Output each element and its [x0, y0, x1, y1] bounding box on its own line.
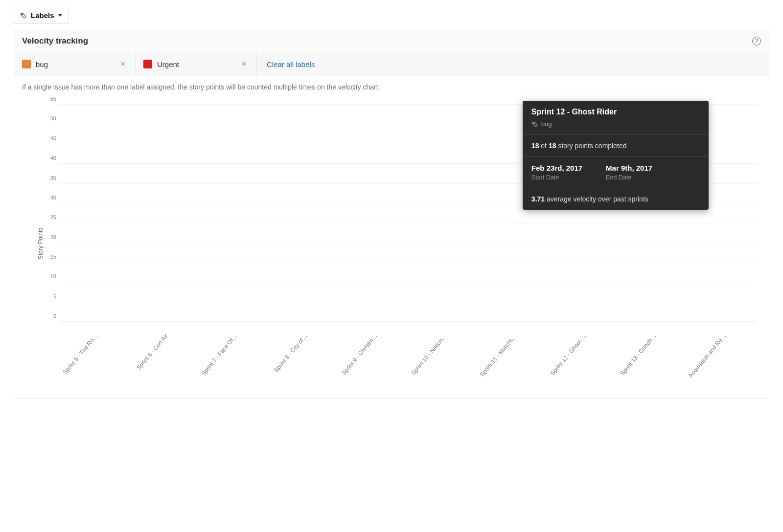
x-tick-label: Sprint 5 - The Ro…	[59, 326, 129, 390]
tooltip-title: Sprint 12 - Ghost Rider	[531, 108, 700, 116]
help-icon[interactable]: ?	[752, 37, 761, 45]
x-tick-label: Sprint 7 - Face Of…	[199, 326, 269, 390]
labels-button-text: Labels	[31, 11, 54, 20]
y-tick: 45	[45, 135, 56, 141]
x-tick-label: Acquisition and Re…	[687, 326, 757, 390]
velocity-panel: Velocity tracking ? bug × Urgent × Clear…	[14, 30, 769, 399]
filter-chip-label: Urgent	[157, 60, 235, 68]
close-icon[interactable]: ×	[240, 59, 249, 69]
x-tick-label: Sprint 8 - City of…	[269, 326, 339, 390]
labels-dropdown-button[interactable]: Labels	[14, 7, 69, 24]
filter-chip-bug[interactable]: bug ×	[14, 52, 136, 76]
filter-chip-label: bug	[36, 60, 114, 68]
bar-slot[interactable]	[199, 101, 269, 322]
info-note: If a single issue has more than one labe…	[14, 76, 769, 95]
filter-bar: bug × Urgent × Clear all labels	[14, 52, 769, 76]
bar-slot[interactable]	[269, 101, 339, 322]
close-icon[interactable]: ×	[118, 59, 127, 69]
x-tick-label: Sprint 11 - Matchs…	[478, 326, 548, 390]
bar-slot[interactable]	[59, 101, 129, 322]
chevron-down-icon	[58, 14, 62, 17]
tooltip-dates: Feb 23rd, 2017 Start Date Mar 9th, 2017 …	[523, 157, 709, 188]
tooltip-tag: bug	[531, 120, 700, 128]
tag-icon	[531, 121, 538, 128]
panel-title: Velocity tracking	[22, 36, 88, 46]
bar-slot[interactable]	[129, 101, 199, 322]
tooltip-end-date: Mar 9th, 2017	[606, 164, 652, 172]
y-tick: 30	[45, 195, 56, 200]
y-tick: 25	[45, 214, 56, 220]
panel-header: Velocity tracking ?	[14, 30, 769, 52]
svg-point-1	[533, 122, 534, 123]
x-tick-label: Sprint 13 - Grindh…	[618, 326, 688, 390]
label-swatch	[143, 60, 152, 68]
tooltip-avg: 3.71 average velocity over past sprints	[523, 188, 709, 210]
tooltip-points: 18 of 18 story points completed	[523, 135, 709, 157]
svg-point-0	[22, 14, 23, 15]
y-tick: 40	[45, 155, 56, 161]
y-tick: 0	[45, 313, 56, 319]
chart-tooltip: Sprint 12 - Ghost Rider bug 18 of 18 sto…	[523, 101, 709, 210]
y-tick: 20	[45, 234, 56, 240]
tag-icon	[20, 12, 27, 19]
bar-slot[interactable]	[408, 101, 478, 322]
x-tick-label: Sprint 9 - Christm…	[338, 326, 408, 390]
chart-container: Story Points 0510152025303540455055 Spri…	[14, 95, 769, 398]
x-tick-label: Sprint 6 - Con Air	[129, 326, 199, 390]
y-axis-label: Story Points	[37, 228, 44, 260]
tooltip-end-label: End Date	[606, 174, 652, 181]
x-axis-labels: Sprint 5 - The Ro…Sprint 6 - Con AirSpri…	[59, 326, 757, 390]
label-swatch	[22, 60, 31, 68]
x-tick-label: Sprint 12 - Ghost …	[548, 326, 618, 390]
y-tick: 50	[45, 115, 56, 121]
y-tick: 5	[45, 293, 56, 299]
y-tick: 35	[45, 175, 56, 181]
y-tick: 55	[45, 96, 56, 102]
tooltip-tag-text: bug	[541, 120, 552, 128]
y-tick: 15	[45, 254, 56, 260]
bar-slot[interactable]	[338, 101, 408, 322]
tooltip-start-date: Feb 23rd, 2017	[531, 164, 582, 172]
y-tick: 10	[45, 273, 56, 279]
x-tick-label: Sprint 10 - Nation…	[408, 326, 478, 390]
filter-chip-urgent[interactable]: Urgent ×	[136, 52, 257, 76]
tooltip-start-label: Start Date	[531, 174, 582, 181]
clear-all-labels-link[interactable]: Clear all labels	[257, 52, 324, 76]
